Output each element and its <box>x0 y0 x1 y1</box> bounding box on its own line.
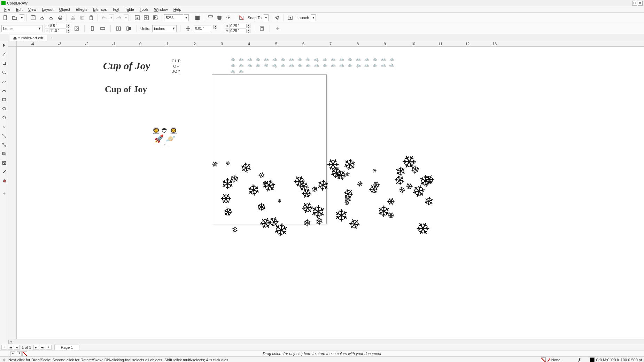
cloud-down-button[interactable] <box>47 14 55 22</box>
freehand-tool[interactable] <box>1 78 8 85</box>
show-guidelines-button[interactable] <box>224 14 233 22</box>
options-button[interactable] <box>273 14 281 22</box>
menu-view[interactable]: View <box>25 7 39 11</box>
fill-tool[interactable] <box>1 178 8 184</box>
nudge-input[interactable] <box>194 25 211 32</box>
artwork-serif-text[interactable]: Cup of Joy <box>105 84 147 95</box>
prev-page-button[interactable]: ◂ <box>14 345 20 350</box>
menu-window[interactable]: Window <box>152 7 171 11</box>
undo-button[interactable] <box>100 14 108 22</box>
close-button[interactable]: ✕ <box>638 1 643 6</box>
menu-text[interactable]: Text <box>109 7 122 11</box>
open-button[interactable] <box>10 14 19 22</box>
landscape-button[interactable] <box>99 24 107 33</box>
current-page-button[interactable] <box>125 24 133 33</box>
ellipse-tool[interactable] <box>1 105 8 112</box>
dup-x-input[interactable] <box>230 24 246 28</box>
zoom-tool[interactable] <box>1 69 8 76</box>
save-button[interactable] <box>29 14 37 22</box>
restore-button[interactable]: ❐ <box>632 1 637 6</box>
text-tool[interactable]: A <box>1 123 8 130</box>
dup-y-input[interactable] <box>230 29 246 33</box>
page-tab-1[interactable]: Page 1 <box>54 345 80 350</box>
units-combo[interactable]: inches▾ <box>152 25 177 32</box>
snap-off-button[interactable] <box>237 14 246 22</box>
portrait-button[interactable] <box>88 24 96 33</box>
palette-left-button[interactable]: ▸ <box>10 351 15 356</box>
page-size-combo[interactable]: Letter▾ <box>1 25 42 32</box>
crop-tool[interactable] <box>1 60 8 67</box>
menu-layout[interactable]: Layout <box>39 7 56 11</box>
eyedropper-tool[interactable] <box>1 168 8 175</box>
no-color-swatch[interactable] <box>22 351 27 356</box>
copy-button[interactable] <box>78 14 86 22</box>
document-palette[interactable]: ▸ ✎ Drag colors (or objects) here to sto… <box>0 350 644 356</box>
zoom-dropdown[interactable]: ▾ <box>184 14 189 21</box>
cut-button[interactable] <box>69 14 77 22</box>
rectangle-tool[interactable] <box>1 96 8 103</box>
new-button[interactable] <box>1 14 10 22</box>
add-tab-button[interactable]: + <box>48 35 56 41</box>
open-dropdown[interactable]: ▾ <box>20 14 24 21</box>
ruler-origin[interactable] <box>8 41 17 47</box>
vertical-ruler[interactable] <box>8 47 17 339</box>
publish-pdf-button[interactable]: PDF <box>151 14 160 22</box>
all-pages-button[interactable] <box>114 24 123 33</box>
menu-table[interactable]: Table <box>122 7 137 11</box>
print-button[interactable] <box>56 14 64 22</box>
artistic-media-tool[interactable] <box>1 87 8 94</box>
cloud-up-button[interactable] <box>38 14 46 22</box>
pick-tool[interactable] <box>1 42 8 49</box>
add-preset-button[interactable] <box>273 24 282 33</box>
redo-button[interactable] <box>115 14 123 22</box>
show-rulers-button[interactable] <box>206 14 215 22</box>
menu-file[interactable]: File <box>1 7 13 11</box>
export-button[interactable] <box>142 14 150 22</box>
menu-tools[interactable]: Tools <box>137 7 152 11</box>
snap-to-label[interactable]: Snap To <box>248 16 262 20</box>
auto-fit-button[interactable] <box>72 24 81 33</box>
artwork-block-text[interactable]: CUPOFJOY <box>172 58 181 74</box>
artwork-space-doodle[interactable]: 👩‍🚀 ⛑ 👨‍🚀 🚀 🪐 · · ✦ · · <box>149 127 180 155</box>
horizontal-ruler[interactable]: -4-3-2-1012345678910111213 <box>17 41 644 47</box>
import-button[interactable] <box>133 14 141 22</box>
connector-tool[interactable] <box>1 141 8 148</box>
settings-icon[interactable] <box>2 358 6 362</box>
outline-indicator-swatch[interactable] <box>590 357 595 362</box>
next-page-button[interactable]: ▸ <box>33 345 39 350</box>
treat-as-filled-button[interactable] <box>258 24 266 33</box>
menu-bitmaps[interactable]: Bitmaps <box>90 7 110 11</box>
menu-object[interactable]: Object <box>56 7 73 11</box>
artwork-bicycles[interactable]: 🚲🚲🚲🚲🚲🚲🚲🚲🚲🚲🚲🚲🚲🚲🚲🚲🚲🚲🚲🚲🚲🚲🚲🚲🚲🚲🚲🚲🚲🚲🚲🚲🚲🚲🚲🚲🚲🚲🚲🚲… <box>231 57 394 73</box>
shape-tool[interactable] <box>1 51 8 58</box>
dropshadow-tool[interactable] <box>1 150 8 157</box>
launch-dropdown[interactable]: ▾ <box>311 14 316 21</box>
fullscreen-button[interactable] <box>193 14 202 22</box>
page-height-input[interactable] <box>49 29 66 33</box>
artwork-snowflakes[interactable]: ❄❄❄❄❄❄❄❄❄❄❄❄❄❄❄❄❄❄❄❄❄❄❄❄❄❄❄❄❄❄❄❄❄❄❄❄❄❄❄❄… <box>210 148 440 238</box>
fill-indicator-swatch[interactable] <box>541 357 546 362</box>
redo-dropdown[interactable]: ▾ <box>124 14 129 21</box>
show-grid-button[interactable] <box>215 14 224 22</box>
launch-icon[interactable] <box>286 14 294 22</box>
transparency-tool[interactable] <box>1 159 8 166</box>
artwork-script-text[interactable]: Cup of Joy <box>103 60 150 72</box>
horizontal-scrollbar[interactable]: ◂ <box>8 339 644 344</box>
dimension-tool[interactable] <box>1 132 8 139</box>
launch-label[interactable]: Launch <box>296 16 309 20</box>
menu-edit[interactable]: Edit <box>13 7 25 11</box>
zoom-level-input[interactable]: 52% <box>164 14 183 21</box>
snap-dropdown[interactable]: ▾ <box>264 14 269 21</box>
drawing-canvas[interactable]: Cup of Joy Cup of Joy CUPOFJOY 👩‍🚀 ⛑ 👨‍🚀… <box>17 47 644 339</box>
quick-customize-button[interactable] <box>1 190 8 197</box>
paste-button[interactable] <box>87 14 95 22</box>
last-page-button[interactable]: ⏭ <box>40 345 45 350</box>
menu-help[interactable]: Help <box>171 7 184 11</box>
menu-effects[interactable]: Effects <box>73 7 90 11</box>
undo-dropdown[interactable]: ▾ <box>109 14 114 21</box>
page-width-input[interactable] <box>49 24 66 28</box>
palette-eyedropper-button[interactable]: ✎ <box>17 351 22 356</box>
polygon-tool[interactable] <box>1 114 8 121</box>
add-page-button[interactable]: + <box>1 345 7 350</box>
file-tab[interactable]: tumbler-art.cdr <box>9 35 47 41</box>
